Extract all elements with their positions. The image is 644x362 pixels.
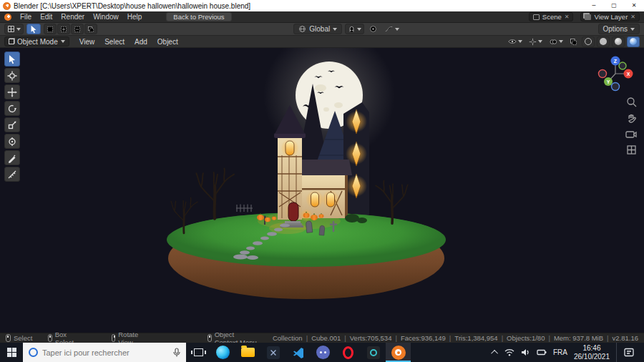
select-mode-extend-button[interactable] <box>57 24 70 34</box>
active-tool-button[interactable] <box>26 24 41 34</box>
view-layer-selector[interactable]: View Layer ✕ <box>580 12 640 21</box>
task-view-button[interactable] <box>186 343 210 362</box>
viewport-3d[interactable]: Z Y X <box>0 48 644 333</box>
gizmo-axis-neg-z[interactable] <box>612 83 620 91</box>
taskbar-app-vscode[interactable] <box>286 343 311 362</box>
unlink-scene-icon[interactable]: ✕ <box>565 14 570 20</box>
zoom-icon[interactable] <box>626 97 637 107</box>
tool-select-box[interactable] <box>4 52 20 67</box>
middle-mouse-icon <box>112 334 115 342</box>
shading-solid-button[interactable] <box>597 36 610 47</box>
menu-edit[interactable]: Edit <box>36 11 57 22</box>
taskbar-app-discord[interactable] <box>311 343 336 362</box>
wifi-icon[interactable] <box>504 348 514 356</box>
close-button[interactable]: ✕ <box>624 0 644 11</box>
mode-dropdown[interactable]: Object Mode <box>4 36 69 47</box>
chevron-down-icon <box>16 28 21 31</box>
taskbar-app-file-explorer[interactable] <box>235 343 260 362</box>
tray-chevron-up-icon[interactable] <box>491 350 498 357</box>
menu-view[interactable]: View <box>75 36 99 47</box>
select-mode-intersect-button[interactable] <box>84 24 97 34</box>
taskbar-app-dark-1[interactable] <box>260 343 286 362</box>
snap-toggle-button[interactable] <box>345 24 364 34</box>
shading-material-button[interactable] <box>612 36 625 47</box>
chevron-down-icon <box>395 28 399 31</box>
menu-select[interactable]: Select <box>100 36 129 47</box>
falloff-curve-icon <box>384 25 394 33</box>
shading-wireframe-button[interactable] <box>582 36 595 47</box>
tool-rotate[interactable] <box>4 101 20 116</box>
discord-icon <box>316 346 330 359</box>
minimize-button[interactable]: ─ <box>584 0 604 11</box>
viewport-toolbar <box>4 52 20 182</box>
transform-icon <box>7 137 17 147</box>
battery-icon[interactable] <box>537 349 547 356</box>
solid-sphere-icon <box>600 38 607 45</box>
viewport-3d-scene[interactable] <box>0 48 644 333</box>
dark-app-icon-2 <box>367 346 380 359</box>
falloff-dropdown[interactable] <box>382 24 401 34</box>
gizmo-axis-x[interactable]: X <box>624 69 633 79</box>
taskbar-app-blender[interactable] <box>386 343 411 362</box>
overlays-dropdown[interactable] <box>547 36 565 47</box>
menu-render[interactable]: Render <box>57 11 89 22</box>
menu-help[interactable]: Help <box>123 11 147 22</box>
taskbar-app-edge[interactable] <box>210 343 235 362</box>
measure-ruler-icon <box>7 170 17 180</box>
options-dropdown[interactable]: Options <box>598 24 640 34</box>
gizmos-dropdown[interactable] <box>527 36 545 47</box>
select-mode-new-button[interactable] <box>44 24 57 34</box>
cursor-icon <box>7 71 17 81</box>
taskbar-app-dark-2[interactable] <box>361 343 386 362</box>
menu-object[interactable]: Object <box>153 36 182 47</box>
tool-annotate[interactable] <box>4 150 20 165</box>
blender-menu-icon[interactable] <box>4 14 11 21</box>
pan-hand-icon[interactable] <box>626 113 637 124</box>
volume-icon[interactable] <box>521 348 530 356</box>
tool-cursor[interactable] <box>4 68 20 83</box>
back-to-previous-button[interactable]: Back to Previous <box>166 12 231 21</box>
unlink-view-layer-icon[interactable]: ✕ <box>630 14 635 20</box>
shading-rendered-button[interactable] <box>627 36 640 47</box>
select-subtract-icon <box>74 26 81 33</box>
search-input[interactable] <box>42 348 169 357</box>
tool-scale[interactable] <box>4 117 20 132</box>
grid-perspective-icon[interactable] <box>626 145 637 155</box>
language-indicator[interactable]: FRA <box>553 348 567 356</box>
editor-type-selector[interactable] <box>4 24 24 34</box>
maximize-button[interactable]: ▢ <box>604 0 624 11</box>
start-button[interactable] <box>0 343 23 362</box>
chevron-down-icon <box>538 40 542 43</box>
overlays-icon <box>549 38 557 46</box>
proportional-editing-button[interactable] <box>367 24 379 34</box>
menu-window[interactable]: Window <box>89 11 123 22</box>
scene-icon <box>533 14 540 20</box>
tool-measure[interactable] <box>4 167 20 182</box>
chevron-down-icon <box>630 28 635 31</box>
select-extend-icon <box>60 26 67 33</box>
select-mode-subtract-button[interactable] <box>71 24 84 34</box>
tool-transform[interactable] <box>4 134 20 149</box>
taskbar-search[interactable] <box>23 343 186 362</box>
visibility-dropdown[interactable] <box>506 36 525 47</box>
gizmo-axis-neg-y[interactable] <box>619 62 626 69</box>
blender-icon <box>391 346 406 360</box>
menu-file[interactable]: File <box>16 11 36 22</box>
gizmo-axis-y[interactable]: Y <box>604 77 613 86</box>
tool-move[interactable] <box>4 84 20 99</box>
screen: Blender [C:\Users\XPERT\Desktop\house ha… <box>0 0 644 362</box>
camera-view-icon[interactable] <box>625 129 637 139</box>
action-center-button[interactable] <box>616 343 640 362</box>
view-layer-icon <box>585 14 591 20</box>
gizmo-axis-z[interactable]: Z <box>611 57 620 66</box>
taskbar-app-opera[interactable] <box>336 343 361 362</box>
view-layer-label: View Layer <box>594 13 628 21</box>
transform-orientation-dropdown[interactable]: Global <box>293 24 342 34</box>
taskbar-clock[interactable]: 16:46 26/10/2021 <box>574 344 610 361</box>
menu-add[interactable]: Add <box>130 36 152 47</box>
navigation-gizmo[interactable]: Z Y X <box>592 51 638 97</box>
xray-toggle-button[interactable] <box>567 36 580 47</box>
scene-selector[interactable]: Scene ✕ <box>529 12 574 21</box>
select-mode-group <box>44 24 97 34</box>
gizmo-axis-neg-x[interactable] <box>599 70 607 78</box>
